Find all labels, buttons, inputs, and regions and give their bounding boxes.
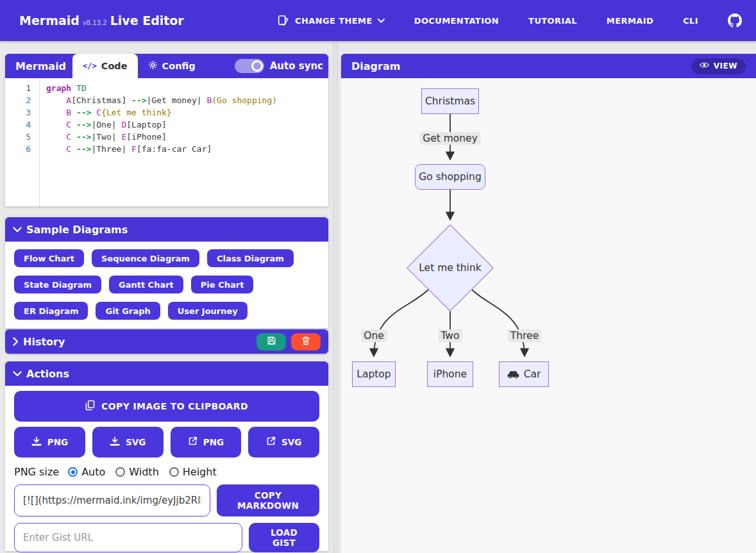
app-brand: Mermaid v8.13.2 Live Editor — [19, 13, 184, 28]
node-label: Go shopping — [419, 171, 481, 183]
code-content[interactable]: graph TD A[Christmas] -->|Get money| B(G… — [40, 78, 328, 206]
toggle-knob — [251, 60, 263, 72]
line-number: 4 — [5, 119, 31, 131]
nav-link-label: MERMAID — [607, 16, 653, 26]
actions-header[interactable]: Actions — [5, 361, 328, 386]
diagram-panel-title: Diagram — [351, 60, 400, 72]
sample-diagrams-title: Sample Diagrams — [26, 224, 128, 236]
markdown-url-input[interactable] — [14, 484, 210, 516]
decision-node-label: Let me think — [419, 262, 481, 274]
png-size-options: AutoWidthHeight — [68, 466, 217, 478]
nav-link-change-theme[interactable]: CHANGE THEME — [277, 14, 385, 27]
flowchart-node-laptop: Laptop — [352, 361, 396, 387]
export-button-label: SVG — [281, 437, 301, 447]
flowchart-node-iphone: iPhone — [427, 361, 473, 387]
sample-button-class-diagram[interactable]: Class Diagram — [207, 249, 294, 267]
node-label: Car — [524, 368, 541, 380]
download-svg-button[interactable]: SVG — [92, 427, 164, 458]
png-size-radio-width[interactable]: Width — [115, 466, 158, 478]
save-history-button[interactable] — [256, 333, 286, 351]
code-line: C -->|Two| E[iPhone] — [46, 131, 328, 143]
sample-button-git-graph[interactable]: Git Graph — [96, 302, 160, 320]
nav-link-cli[interactable]: CLI — [683, 16, 698, 26]
sample-button-gantt-chart[interactable]: Gantt Chart — [109, 276, 183, 293]
export-button-label: PNG — [203, 437, 224, 447]
png-size-row: PNG size AutoWidthHeight — [14, 466, 319, 478]
copy-markdown-button[interactable]: COPY MARKDOWN — [217, 484, 319, 516]
sample-button-flow-chart[interactable]: Flow Chart — [14, 249, 84, 267]
nav-link-label: TUTORIAL — [528, 16, 577, 26]
nav-link-tutorial[interactable]: TUTORIAL — [528, 16, 577, 26]
sample-button-state-diagram[interactable]: State Diagram — [14, 276, 101, 293]
copy-image-label: COPY IMAGE TO CLIPBOARD — [101, 401, 248, 411]
code-icon: </> — [83, 62, 97, 70]
radio-label: Auto — [81, 466, 105, 478]
png-size-label: PNG size — [14, 466, 59, 478]
radio-icon[interactable] — [68, 467, 78, 477]
code-line: B --> C{Let me think} — [46, 106, 328, 119]
editor-panel-header: Mermaid </> Code Config Auto sync — [5, 54, 328, 78]
flowchart-node-christmas: Christmas — [421, 88, 479, 114]
png-size-radio-auto[interactable]: Auto — [68, 466, 105, 478]
export-buttons-row: PNGSVGPNGSVG — [14, 427, 319, 458]
external-link-icon — [266, 436, 276, 448]
tab-config-label: Config — [162, 61, 196, 71]
chevron-down-icon — [13, 227, 22, 233]
panel-divider[interactable] — [333, 42, 338, 553]
radio-icon[interactable] — [115, 467, 125, 477]
open-svg-button[interactable]: SVG — [248, 427, 319, 458]
sample-button-pie-chart[interactable]: Pie Chart — [191, 276, 254, 293]
sample-button-er-diagram[interactable]: ER Diagram — [14, 302, 88, 320]
nav-link-label: DOCUMENTATION — [414, 16, 499, 26]
download-png-button[interactable]: PNG — [14, 427, 85, 458]
code-editor[interactable]: 123456 graph TD A[Christmas] -->|Get mon… — [5, 78, 328, 206]
auto-sync-label: Auto sync — [270, 60, 323, 72]
load-gist-button[interactable]: LOAD GIST — [249, 523, 319, 552]
diagram-canvas[interactable]: Let me think ChristmasGo shoppingLaptopi… — [341, 78, 756, 553]
chevron-down-icon — [378, 19, 385, 23]
line-number: 6 — [5, 143, 31, 155]
edge-label-three: Three — [508, 329, 541, 342]
png-size-radio-height[interactable]: Height — [169, 466, 217, 478]
line-number: 5 — [5, 131, 31, 143]
download-icon — [110, 436, 120, 448]
chevron-right-icon — [13, 337, 19, 346]
nav-link-mermaid[interactable]: MERMAID — [607, 16, 653, 26]
history-header[interactable]: History — [5, 329, 328, 354]
nav-github-link[interactable] — [728, 13, 742, 28]
github-icon — [728, 13, 742, 28]
gist-url-input[interactable] — [14, 523, 242, 552]
sample-button-sequence-diagram[interactable]: Sequence Diagram — [92, 249, 199, 267]
external-link-icon — [188, 436, 197, 448]
delete-history-button[interactable] — [291, 333, 321, 351]
node-label: iPhone — [433, 368, 467, 380]
tab-config[interactable]: Config — [138, 54, 206, 78]
auto-sync-toggle[interactable]: Auto sync — [235, 59, 323, 73]
radio-label: Height — [183, 466, 217, 478]
nav-link-label: CHANGE THEME — [295, 16, 373, 26]
sample-button-user-journey[interactable]: User Journey — [168, 302, 248, 320]
trash-icon — [301, 336, 310, 347]
nav-link-documentation[interactable]: DOCUMENTATION — [414, 16, 499, 26]
nav-link-label: CLI — [683, 16, 698, 26]
chevron-down-icon — [13, 371, 22, 377]
sample-diagrams-header[interactable]: Sample Diagrams — [5, 217, 328, 242]
copy-image-button[interactable]: COPY IMAGE TO CLIPBOARD — [14, 391, 319, 422]
actions-title: Actions — [26, 368, 69, 380]
open-png-button[interactable]: PNG — [171, 427, 242, 458]
radio-icon[interactable] — [169, 467, 179, 477]
app-version: v8.13.2 — [83, 19, 107, 26]
toggle-track[interactable] — [235, 59, 264, 73]
line-number: 2 — [5, 94, 31, 106]
node-label: Christmas — [425, 95, 475, 107]
editor-panel-title: Mermaid — [13, 60, 72, 72]
view-button[interactable]: VIEW — [691, 58, 746, 74]
edge-label-one: One — [361, 329, 387, 342]
tab-code[interactable]: </> Code — [72, 54, 138, 78]
diagram-panel-header: Diagram VIEW — [341, 54, 756, 78]
floppy-disk-icon — [267, 336, 276, 347]
export-button-label: SVG — [126, 437, 146, 447]
edge-label-two: Two — [438, 329, 462, 342]
tab-code-label: Code — [101, 61, 128, 71]
line-number: 1 — [5, 82, 31, 94]
